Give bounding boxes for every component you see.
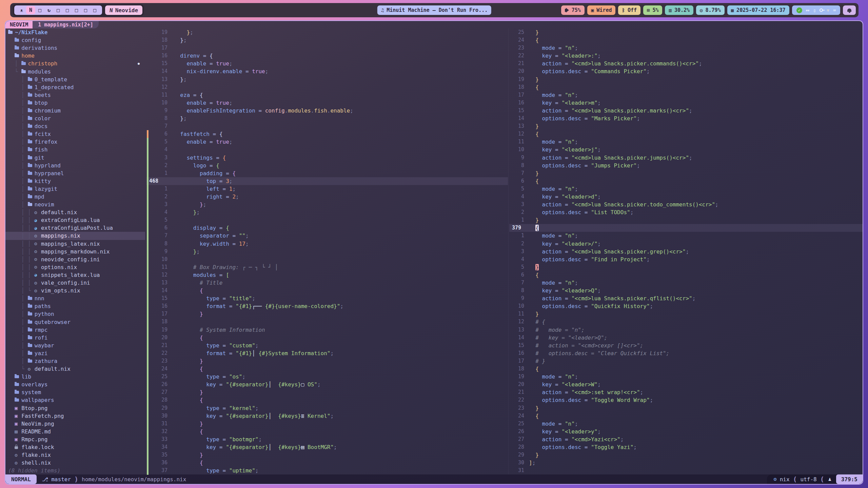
tree-item-system[interactable]: system — [5, 388, 145, 396]
code-line: 9 action = "<cmd>lua Snacks.picker.qflis… — [509, 294, 863, 302]
img-file-icon: ▣ — [15, 405, 21, 411]
indent-guide: │ — [8, 107, 28, 114]
code-line: 9 action = "<cmd>lua Snacks.picker.jumps… — [509, 154, 863, 162]
music-widget[interactable]: ♫ Minuit Machine – Don't Run Fro... — [377, 5, 491, 15]
tray-keyboard-icon[interactable]: ⌨ — [833, 8, 836, 13]
tree-item-fish[interactable]: │ fish — [5, 146, 145, 154]
tree-item-Btop.png[interactable]: ▣Btop.png — [5, 404, 145, 412]
disk-widget[interactable]: ◎8.79% — [696, 5, 725, 15]
tab-mappings-nix[interactable]: 1 mappings.nix[2+] — [33, 21, 99, 28]
code-line: 1 mode = "n"; — [509, 232, 863, 240]
ram-icon: ▥ — [669, 7, 671, 13]
workspace-5[interactable]: □ — [54, 6, 63, 14]
workspace-2[interactable]: N — [26, 6, 35, 14]
clock-widget[interactable]: ▦2025-07-22 16:37 — [727, 5, 789, 15]
tree-item-default.nix[interactable]: └ ⚙default.nix — [5, 365, 145, 373]
tree-item-mpd[interactable]: │ mpd — [5, 193, 145, 201]
network-widget[interactable]: ▣Wired — [587, 5, 616, 15]
tree-item-vale_config.ini[interactable]: │ │ ⚙vale_config.ini — [5, 279, 145, 287]
tree-item-extraConfigLua.lua[interactable]: │ │ ◕extraConfigLua.lua — [5, 216, 145, 224]
code-line: 37 type = "uptime"; — [146, 467, 508, 474]
workspace-3[interactable]: □ — [35, 6, 44, 14]
code-line: 2 logo = { — [146, 162, 508, 169]
system-tray[interactable]: ✓∾▭▯▼⌨ — [792, 5, 840, 15]
tree-item-kitty[interactable]: │ kitty — [5, 177, 145, 185]
tree-item-python[interactable]: │ python — [5, 310, 145, 318]
tree-item-btop[interactable]: │ btop — [5, 99, 145, 107]
tree-item-paths[interactable]: │ paths — [5, 302, 145, 310]
tree-item-0_template[interactable]: │ 0_template — [5, 76, 145, 83]
tree-item-flake.nix[interactable]: ⚙flake.nix — [5, 451, 145, 459]
tree-item-rmpc[interactable]: │ rmpc — [5, 326, 145, 334]
tree-item-1_deprecated[interactable]: │ 1_deprecated — [5, 83, 145, 91]
tree-item-derivations[interactable]: derivations — [5, 44, 145, 52]
tree-item-snippets_latex.lua[interactable]: │ │ ◕snippets_latex.lua — [5, 271, 145, 279]
tree-item-NeoVim.png[interactable]: ▣NeoVim.png — [5, 420, 145, 428]
tree-item-config[interactable]: config — [5, 36, 145, 44]
tree-item-wallpapers[interactable]: wallpapers — [5, 396, 145, 404]
tree-item-chromium[interactable]: │ chromium — [5, 107, 145, 115]
tree-item-lib[interactable]: lib — [5, 373, 145, 381]
cpu-widget[interactable]: ⊞5% — [643, 5, 663, 15]
tree-item-flake.lock[interactable]: flake.lock — [5, 443, 145, 451]
tree-item-fcitx[interactable]: │ fcitx — [5, 130, 145, 138]
tree-item-zathura[interactable]: │ zathura — [5, 357, 145, 365]
memory-widget[interactable]: ▥30.2% — [665, 5, 693, 15]
tray-check-icon[interactable]: ✓ — [796, 7, 802, 13]
tree-item-hyprpanel[interactable]: │ hyprpanel — [5, 169, 145, 177]
notifications-button[interactable] — [843, 5, 856, 15]
workspace-6[interactable]: □ — [63, 6, 72, 14]
tree-item-lazygit[interactable]: │ lazygit — [5, 185, 145, 193]
tree-item-neovim[interactable]: │ neovim — [5, 201, 145, 208]
tree-item-docs[interactable]: │ docs — [5, 122, 145, 130]
tree-item-qutebrowser[interactable]: │ qutebrowser — [5, 318, 145, 326]
tree-item-beets[interactable]: │ beets — [5, 91, 145, 99]
tree-item-README.md[interactable]: ▤README.md — [5, 428, 145, 435]
tree-item-nnn[interactable]: │ nnn — [5, 294, 145, 302]
tree-item-home[interactable]: home — [5, 52, 145, 60]
tree-item-extraConfigLuaPost.lua[interactable]: │ │ ◕extraConfigLuaPost.lua — [5, 224, 145, 232]
indent-guide: │ — [8, 350, 28, 357]
tree-item-overlays[interactable]: overlays — [5, 381, 145, 388]
workspace-7[interactable]: □ — [72, 6, 81, 14]
bluetooth-widget[interactable]: ᛒOff — [618, 5, 640, 15]
tree-item-christoph[interactable]: │ christoph● — [5, 60, 145, 67]
workspace-4[interactable]: ↻ — [44, 6, 54, 14]
workspace-8[interactable]: □ — [81, 6, 90, 14]
tray-vpn-icon[interactable]: ▼ — [827, 8, 829, 13]
tree-item-mappings_latex.nix[interactable]: │ │ ⚙mappings_latex.nix — [5, 240, 145, 248]
tree-item-FastFetch.png[interactable]: ▣FastFetch.png — [5, 412, 145, 420]
tree-item-mappings.nix[interactable]: │ │ ⚙mappings.nix — [5, 232, 145, 240]
volume-widget[interactable]: 75% — [561, 5, 585, 15]
tree-item-hyprland[interactable]: │ hyprland — [5, 162, 145, 169]
tree-item-neovide_config.ini[interactable]: │ │ ⚙neovide_config.ini — [5, 256, 145, 263]
tree-item-yazi[interactable]: │ yazi — [5, 349, 145, 357]
editor-pane-mappings[interactable]: 25 }24 {23 mode = "n";22 key = "<leader>… — [509, 28, 863, 474]
tray-phone-icon[interactable]: ▯ — [813, 8, 816, 13]
tree-item-color[interactable]: │ color — [5, 115, 145, 122]
line-number: 15 — [509, 107, 524, 115]
editor-pane-fastfetch[interactable]: 19 };18 };1716 direnv = {15 enable = tru… — [146, 28, 508, 474]
workspace-1[interactable]: ᴥ — [17, 6, 26, 14]
tree-item-firefox[interactable]: │ firefox — [5, 138, 145, 146]
tree-item-git[interactable]: │ git — [5, 154, 145, 162]
code-text: } — [174, 310, 203, 318]
tree-item-shell.nix[interactable]: ⚙shell.nix — [5, 459, 145, 467]
workspace-9[interactable]: □ — [90, 6, 99, 14]
tree-item-modules[interactable]: └ modules — [5, 67, 145, 75]
git-branch[interactable]: ⎇ master — [42, 476, 71, 483]
tree-item-vim_opts.nix[interactable]: │ └ ⚙vim_opts.nix — [5, 287, 145, 294]
tree-item-mappings_markdown.nix[interactable]: │ │ ⚙mappings_markdown.nix — [5, 248, 145, 256]
code-text: { — [174, 287, 203, 294]
tray-key-icon[interactable] — [820, 8, 823, 12]
tree-item-options.nix[interactable]: │ │ ⚙options.nix — [5, 263, 145, 271]
file-tree[interactable]: ~/NixFlake config derivations home │ chr… — [5, 28, 145, 474]
tray-mustache-icon[interactable]: ∾ — [806, 8, 810, 13]
tree-item-~NixFlake[interactable]: ~/NixFlake — [5, 28, 145, 36]
tree-item-Rmpc.png[interactable]: ▣Rmpc.png — [5, 435, 145, 443]
tree-item-default.nix[interactable]: │ │ ⚙default.nix — [5, 208, 145, 216]
tree-item-8hiddenitems[interactable]: (8 hidden items) — [5, 467, 145, 474]
tree-item-rofi[interactable]: │ rofi — [5, 334, 145, 342]
line-number: 18 — [509, 83, 524, 91]
tree-item-waybar[interactable]: │ waybar — [5, 342, 145, 349]
